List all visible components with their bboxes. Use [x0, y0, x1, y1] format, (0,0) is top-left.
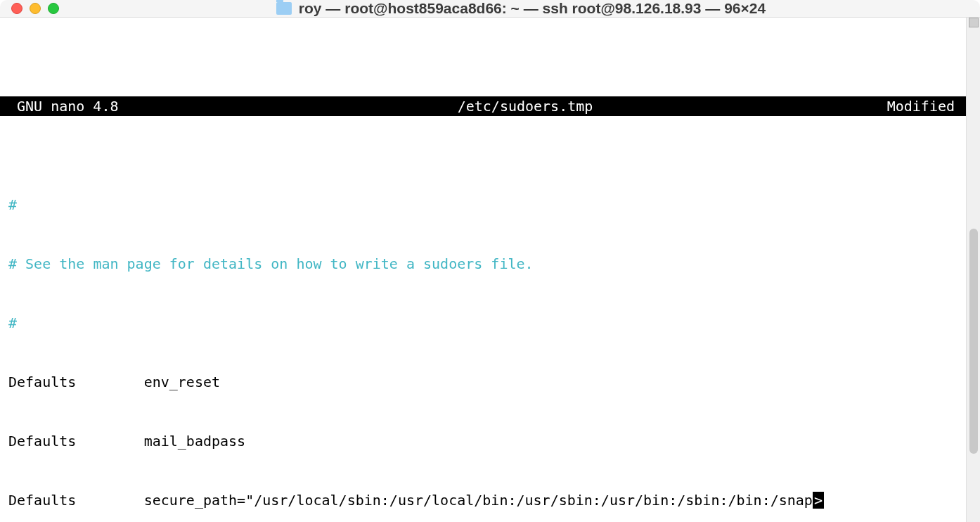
editor-line[interactable]: # See the man page for details on how to… — [0, 254, 966, 274]
editor-line[interactable]: # — [0, 313, 966, 333]
editor-line[interactable]: Defaults mail_badpass — [0, 431, 966, 451]
zoom-window-button[interactable] — [48, 3, 59, 14]
scrollbar-top-handle[interactable] — [969, 18, 979, 27]
nano-file-path: /etc/sudoers.tmp — [228, 96, 823, 116]
nano-app-name: GNU nano 4.8 — [3, 96, 228, 116]
editor-line[interactable]: # — [0, 195, 966, 215]
window-title: roy — root@host859aca8d66: ~ — ssh root@… — [299, 0, 766, 17]
traffic-lights — [11, 3, 59, 14]
window-titlebar: roy — root@host859aca8d66: ~ — ssh root@… — [0, 0, 980, 18]
line-continuation-marker: > — [813, 492, 824, 509]
editor-line[interactable]: Defaults secure_path="/usr/local/sbin:/u… — [0, 490, 966, 510]
nano-status-bar: GNU nano 4.8 /etc/sudoers.tmp Modified — [0, 96, 966, 116]
folder-icon — [276, 2, 292, 15]
scrollbar-thumb[interactable] — [969, 229, 978, 454]
close-window-button[interactable] — [11, 3, 22, 14]
nano-modified-status: Modified — [823, 96, 963, 116]
vertical-scrollbar[interactable] — [966, 18, 980, 522]
terminal-viewport[interactable]: GNU nano 4.8 /etc/sudoers.tmp Modified #… — [0, 18, 966, 522]
minimize-window-button[interactable] — [30, 3, 41, 14]
editor-line[interactable]: Defaults env_reset — [0, 372, 966, 392]
